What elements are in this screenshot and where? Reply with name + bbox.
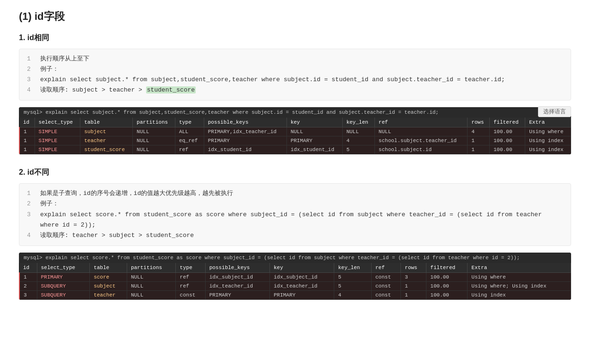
db-command-1: mysql> explain select subject.* from sub… (19, 107, 571, 118)
table-cell: SUBQUERY (37, 290, 90, 299)
code-line-1-1: 1 执行顺序从上至下 (27, 54, 563, 64)
table-row: 1PRIMARYscoreNULLrefidx_subject_ididx_su… (19, 272, 571, 281)
th-key: key (286, 118, 342, 127)
table-cell: ref (176, 281, 205, 290)
lang-select-btn-1[interactable]: 选择语言 (538, 106, 571, 117)
line-content: 执行顺序从上至下 (40, 54, 563, 64)
line-num: 3 (27, 210, 34, 230)
table-cell: idx_student_id (204, 145, 286, 154)
section2-title: 2. id不同 (19, 168, 571, 178)
table-cell: const (372, 272, 401, 281)
th-select-type: select_type (35, 118, 80, 127)
table-cell: Using where (468, 272, 571, 281)
code-block-1: 1 执行顺序从上至下 2 例子： 3 explain select subjec… (19, 49, 571, 101)
line-content: 读取顺序: teacher > subject > student_score (40, 230, 563, 241)
th2-type: type (176, 263, 205, 273)
db-result-2: mysql> explain select score.* from stude… (19, 253, 571, 300)
th-extra: Extra (525, 118, 571, 127)
table-cell: idx_subject_id (205, 272, 269, 281)
table-cell: NULL (127, 281, 175, 290)
table-row: 1SIMPLEsubjectNULLALLPRIMARY,idx_teacher… (19, 127, 571, 136)
th2-select-type: select_type (37, 263, 90, 273)
th2-extra: Extra (468, 263, 571, 273)
code-line-2-2: 2 例子： (27, 199, 563, 209)
th-type: type (175, 118, 204, 127)
table-cell: PRIMARY (205, 290, 269, 299)
th2-key: key (269, 263, 334, 273)
table-cell: 1 (19, 272, 37, 281)
table-cell: PRIMARY (269, 290, 334, 299)
line-content: 例子： (40, 64, 563, 75)
db-table-2: id select_type table partitions type pos… (19, 263, 571, 300)
table-cell: 100.00 (426, 281, 468, 290)
table-cell: 5 (334, 272, 372, 281)
code-line-2-3: 3 explain select score.* from student_sc… (27, 210, 563, 230)
table-cell: PRIMARY (204, 136, 286, 145)
table-cell: 100.00 (489, 127, 525, 136)
table-cell: SUBQUERY (37, 281, 90, 290)
code-block-2: 1 如果是子查询，id的序号会递增，id的值越大优先级越高，越先被执行 2 例子… (19, 183, 571, 245)
db-table-1: id select_type table partitions type pos… (19, 118, 571, 154)
highlight-student-score: student_score (146, 86, 196, 93)
table-cell: 3 (401, 272, 426, 281)
table-cell: teacher (80, 136, 133, 145)
table-cell: const (372, 281, 401, 290)
table-header-row: id select_type table partitions type pos… (19, 118, 571, 127)
table-cell: 1 (468, 145, 490, 154)
line-num: 1 (27, 188, 34, 199)
line-num: 4 (27, 85, 34, 95)
th2-id: id (19, 263, 37, 273)
table-cell: 1 (19, 136, 35, 145)
line-content: 如果是子查询，id的序号会递增，id的值越大优先级越高，越先被执行 (40, 188, 563, 199)
table-cell: 3 (19, 290, 37, 299)
table-cell: eq_ref (175, 136, 204, 145)
table-cell: 5 (342, 145, 374, 154)
table-cell: score (90, 272, 127, 281)
table-cell: 100.00 (426, 290, 468, 299)
table-cell: school.subject.id (374, 145, 467, 154)
table-cell: SIMPLE (35, 136, 80, 145)
th-key-len: key_len (342, 118, 374, 127)
table-cell: subject (90, 281, 127, 290)
table-cell: Using index (468, 290, 571, 299)
line-num: 3 (27, 75, 34, 85)
table-cell: Using index (525, 145, 571, 154)
th2-filtered: filtered (426, 263, 468, 273)
table-cell: NULL (133, 127, 175, 136)
th-filtered: filtered (489, 118, 525, 127)
line-content: 读取顺序: subject > teacher > student_score (40, 85, 563, 95)
table-cell: NULL (133, 145, 175, 154)
th2-ref: ref (372, 263, 401, 273)
code-line-1-3: 3 explain select subject.* from subject,… (27, 75, 563, 85)
th-rows: rows (468, 118, 490, 127)
line-content: explain select subject.* from subject,st… (40, 75, 563, 85)
table-cell: PRIMARY (37, 272, 90, 281)
table-cell: student_score (80, 145, 133, 154)
table-cell: Using where; Using index (468, 281, 571, 290)
db-terminal-2: mysql> explain select score.* from stude… (19, 253, 571, 300)
th2-rows: rows (401, 263, 426, 273)
table-cell: NULL (286, 127, 342, 136)
th-ref: ref (374, 118, 467, 127)
table-cell: SIMPLE (35, 145, 80, 154)
table-cell: 1 (468, 136, 490, 145)
code-line-1-2: 2 例子： (27, 64, 563, 75)
line-content: explain select score.* from student_scor… (40, 210, 563, 230)
line-num: 1 (27, 54, 34, 64)
table-cell: 100.00 (489, 145, 525, 154)
th2-key-len: key_len (334, 263, 372, 273)
table-cell: PRIMARY,idx_teacher_id (204, 127, 286, 136)
table-cell: ALL (175, 127, 204, 136)
line-num: 2 (27, 64, 34, 75)
line-num: 4 (27, 230, 34, 241)
table-cell: 2 (19, 281, 37, 290)
line-num: 2 (27, 199, 34, 209)
table-row: 1SIMPLEteacherNULLeq_refPRIMARYPRIMARY4s… (19, 136, 571, 145)
table-cell: 4 (334, 290, 372, 299)
th-partitions: partitions (133, 118, 175, 127)
table-cell: idx_subject_id (269, 272, 334, 281)
table-cell: 1 (19, 127, 35, 136)
table-cell: 1 (401, 281, 426, 290)
table-cell: 4 (468, 127, 490, 136)
section1-title: 1. id相同 (19, 33, 571, 43)
